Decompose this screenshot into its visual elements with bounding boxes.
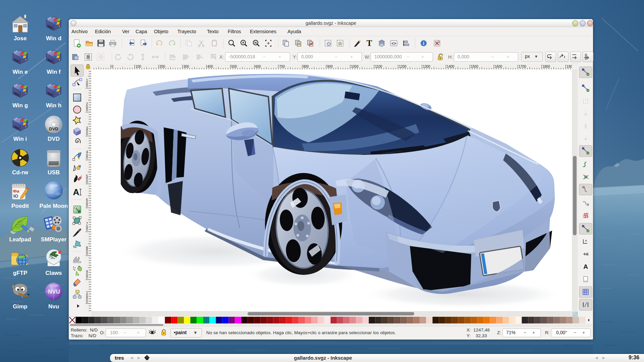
svg-text:Win h: Win h [46, 102, 61, 109]
svg-text:400: 400 [207, 65, 213, 68]
svg-text:<: < [46, 290, 48, 294]
svg-text:1100: 1100 [375, 65, 382, 68]
svg-text:900: 900 [327, 65, 333, 68]
svg-text:900: 900 [86, 270, 88, 279]
svg-text:400: 400 [86, 150, 88, 160]
svg-text:600: 600 [255, 65, 261, 68]
svg-text:200: 200 [86, 102, 88, 112]
svg-text:Cd-rw: Cd-rw [12, 169, 29, 176]
svg-text:700: 700 [279, 65, 285, 68]
svg-text:DVD: DVD [49, 126, 58, 131]
svg-text:Gimp: Gimp [13, 303, 27, 310]
svg-text:800: 800 [86, 246, 88, 255]
svg-text:Poedit: Poedit [11, 203, 29, 209]
svg-text:500: 500 [231, 65, 237, 68]
svg-text:>: > [58, 290, 60, 294]
svg-text:Win d: Win d [46, 35, 61, 42]
svg-text:T: T [367, 39, 372, 48]
svg-text:200: 200 [159, 65, 165, 68]
svg-text:500: 500 [86, 174, 88, 184]
svg-text:1300: 1300 [423, 65, 431, 68]
svg-text:1800: 1800 [543, 65, 550, 68]
svg-text:Jose: Jose [14, 35, 27, 42]
svg-text:0: 0 [112, 65, 114, 68]
svg-text:1000: 1000 [86, 291, 88, 303]
svg-text:SMPlayer: SMPlayer [41, 236, 67, 243]
svg-text:Claws: Claws [45, 270, 62, 276]
svg-text:A: A [73, 187, 79, 197]
svg-text:Leafpad: Leafpad [9, 236, 31, 243]
svg-text:100: 100 [136, 65, 141, 68]
svg-text:1600: 1600 [495, 65, 502, 68]
svg-text:1400: 1400 [447, 65, 454, 68]
svg-text:Win i: Win i [13, 136, 27, 142]
svg-text:300: 300 [183, 65, 189, 68]
svg-text:DVD: DVD [48, 136, 60, 142]
svg-text:1200: 1200 [399, 65, 407, 68]
svg-text:1000: 1000 [351, 65, 359, 68]
svg-text:Win f: Win f [47, 69, 61, 75]
svg-text:100: 100 [86, 78, 88, 88]
svg-text:gFTP: gFTP [13, 270, 28, 276]
svg-text:Ю: Ю [13, 193, 18, 199]
svg-text:700: 700 [86, 222, 88, 231]
svg-text:Pale Moon: Pale Moon [39, 203, 68, 209]
svg-text:600: 600 [86, 198, 88, 207]
svg-text:A: A [583, 263, 588, 270]
svg-text:Win e: Win e [12, 69, 28, 75]
svg-text:<>: <> [391, 41, 396, 46]
svg-text:1900: 1900 [567, 65, 572, 68]
svg-text:Win g: Win g [12, 102, 28, 109]
svg-text:1700: 1700 [519, 65, 526, 68]
svg-text:i: i [423, 41, 424, 46]
svg-text:1500: 1500 [471, 65, 479, 68]
svg-text:Nvu: Nvu [48, 303, 59, 310]
svg-text:800: 800 [303, 65, 309, 68]
svg-text:300: 300 [86, 126, 88, 136]
svg-text:Фи: Фи [13, 189, 19, 194]
svg-text:USB: USB [48, 169, 60, 176]
